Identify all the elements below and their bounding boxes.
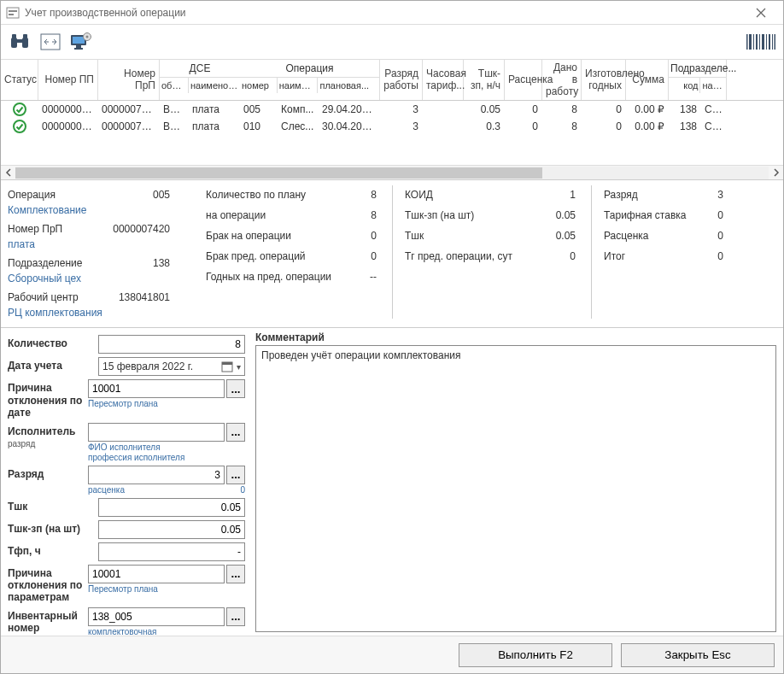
date-label: Дата учета xyxy=(8,357,98,372)
det-op-name[interactable]: Комплектование xyxy=(8,204,170,216)
col-podr-kod[interactable]: код xyxy=(669,78,700,93)
col-op-nom[interactable]: номер xyxy=(240,78,278,93)
det-nomprp-val: 0000007420 xyxy=(102,223,170,235)
qty-input[interactable] xyxy=(98,335,245,354)
reason-date-label: Причина отклонения по дате xyxy=(8,379,88,419)
det-brak-lbl: Брак на операции xyxy=(206,230,342,242)
tshkzp-label: Тшк-зп (на шт) xyxy=(8,520,98,535)
det-tarif-val: 0 xyxy=(698,209,723,221)
det-podr-link[interactable]: Сборочный цех xyxy=(8,273,170,284)
reason-param-hint: Пересмотр плана xyxy=(88,584,245,594)
svg-rect-21 xyxy=(766,34,767,50)
razr-input[interactable] xyxy=(88,466,225,484)
col-izg[interactable]: Изготовлено годных xyxy=(582,60,626,100)
det-tarif-lbl: Тарифная ставка xyxy=(604,209,698,221)
det-tshk-lbl: Тшк xyxy=(405,230,541,242)
det-razr-lbl: Разряд xyxy=(604,189,698,201)
exec-input[interactable] xyxy=(88,423,225,442)
close-button[interactable] xyxy=(744,2,778,24)
col-razr[interactable]: Разряд работы xyxy=(380,60,423,100)
col-summ[interactable]: Сумма xyxy=(626,60,669,100)
svg-point-14 xyxy=(86,36,89,38)
det-rc-link[interactable]: РЦ комплектования xyxy=(8,307,170,319)
scroll-thumb[interactable] xyxy=(15,167,542,179)
col-status[interactable]: Статус xyxy=(1,60,38,100)
col-nomprp[interactable]: Номер ПрП xyxy=(98,60,160,100)
col-nompp[interactable]: Номер ПП xyxy=(38,60,98,100)
comment-textarea[interactable]: Проведен учёт операции комплектования xyxy=(255,345,776,632)
cell-nompp: 0000000100 xyxy=(38,120,98,133)
date-picker[interactable]: 15 февраля 2022 г. ▾ xyxy=(98,357,245,376)
reason-param-lookup-button[interactable]: ... xyxy=(226,565,245,583)
tshkzp-input[interactable] xyxy=(98,520,245,539)
reason-param-input[interactable] xyxy=(88,565,225,583)
cell-op-plan: 30.04.202... xyxy=(319,120,380,133)
det-rasc-lbl: Расценка xyxy=(604,230,698,242)
svg-rect-16 xyxy=(749,34,752,50)
reason-date-lookup-button[interactable]: ... xyxy=(226,379,245,398)
det-rasc-val: 0 xyxy=(698,230,723,242)
det-op-lbl: Операция xyxy=(8,189,102,201)
cell-op-plan: 29.04.202... xyxy=(319,103,380,116)
col-op-naim[interactable]: наимен... xyxy=(278,78,319,93)
cell-summ: 0.00 ₽ xyxy=(626,120,669,133)
scroll-right-icon[interactable] xyxy=(769,167,783,179)
col-dse-naim[interactable]: наименов... xyxy=(189,78,240,93)
col-op-plan[interactable]: плановая... xyxy=(318,78,379,93)
tfp-input[interactable] xyxy=(98,542,245,561)
tfp-label: Тфп, ч xyxy=(8,542,98,557)
svg-rect-17 xyxy=(753,34,754,50)
table-row[interactable]: 00000001000000007420ВИ...плата010Слес...… xyxy=(1,118,783,135)
barcode-icon[interactable] xyxy=(746,30,776,54)
cell-tshk: 0.3 xyxy=(464,120,505,133)
cell-izg: 0 xyxy=(582,103,626,116)
svg-rect-1 xyxy=(9,10,17,12)
det-itog-lbl: Итог xyxy=(604,250,698,262)
fit-width-icon[interactable] xyxy=(38,30,62,54)
cell-dano: 8 xyxy=(542,120,582,133)
svg-rect-12 xyxy=(74,48,83,50)
det-rc-lbl: Рабочий центр xyxy=(8,291,102,303)
cell-dse-oboz: ВИ... xyxy=(160,120,189,133)
det-brak-val: 0 xyxy=(342,230,377,242)
cell-rasc: 0 xyxy=(505,120,542,133)
col-dse[interactable]: ДСЕ xyxy=(160,60,240,78)
scroll-left-icon[interactable] xyxy=(1,167,15,179)
razr-lookup-button[interactable]: ... xyxy=(226,466,245,484)
col-podr[interactable]: Подразделе... xyxy=(669,60,726,78)
status-ok-icon xyxy=(1,119,38,134)
col-dano[interactable]: Дано в работу xyxy=(542,60,582,100)
cell-razr: 3 xyxy=(380,103,423,116)
reason-date-input[interactable] xyxy=(88,379,225,398)
exec-lookup-button[interactable]: ... xyxy=(226,423,245,442)
table-row[interactable]: 00000001000000007420ВИ...плата005Комп...… xyxy=(1,101,783,118)
det-nomprp-link[interactable]: плата xyxy=(8,238,170,250)
col-rasc[interactable]: Расценка xyxy=(505,60,542,100)
col-op[interactable]: Операция xyxy=(240,60,379,78)
svg-rect-28 xyxy=(222,362,232,365)
inv-lookup-button[interactable]: ... xyxy=(226,607,245,626)
submit-button[interactable]: Выполнить F2 xyxy=(459,643,612,667)
razr-label: Разряд xyxy=(8,466,88,480)
cell-chas xyxy=(423,108,464,110)
close-esc-button[interactable]: Закрыть Esc xyxy=(621,643,775,667)
det-op-num: 005 xyxy=(102,189,170,201)
cell-dse-naim: плата xyxy=(189,120,240,133)
tshk-label: Тшк xyxy=(8,498,98,513)
cell-podr-naim: Сб... xyxy=(701,103,727,116)
inv-input[interactable] xyxy=(88,607,225,626)
col-dse-oboz[interactable]: обозн... xyxy=(160,78,189,93)
comment-label: Комментарий xyxy=(255,331,776,343)
monitor-settings-icon[interactable] xyxy=(69,30,93,54)
col-tshk[interactable]: Тшк-зп, н/ч xyxy=(464,60,505,100)
svg-rect-3 xyxy=(11,38,17,48)
svg-point-26 xyxy=(14,120,26,132)
tshk-input[interactable] xyxy=(98,498,245,517)
col-chas[interactable]: Часовая тариф... xyxy=(423,60,464,100)
svg-rect-18 xyxy=(756,34,758,50)
cell-op-nom: 010 xyxy=(240,120,278,133)
binoculars-icon[interactable] xyxy=(8,30,32,54)
col-podr-naim[interactable]: наим... xyxy=(700,78,726,93)
comment-text: Проведен учёт операции комплектования xyxy=(261,349,460,361)
grid-hscroll[interactable] xyxy=(1,165,783,179)
